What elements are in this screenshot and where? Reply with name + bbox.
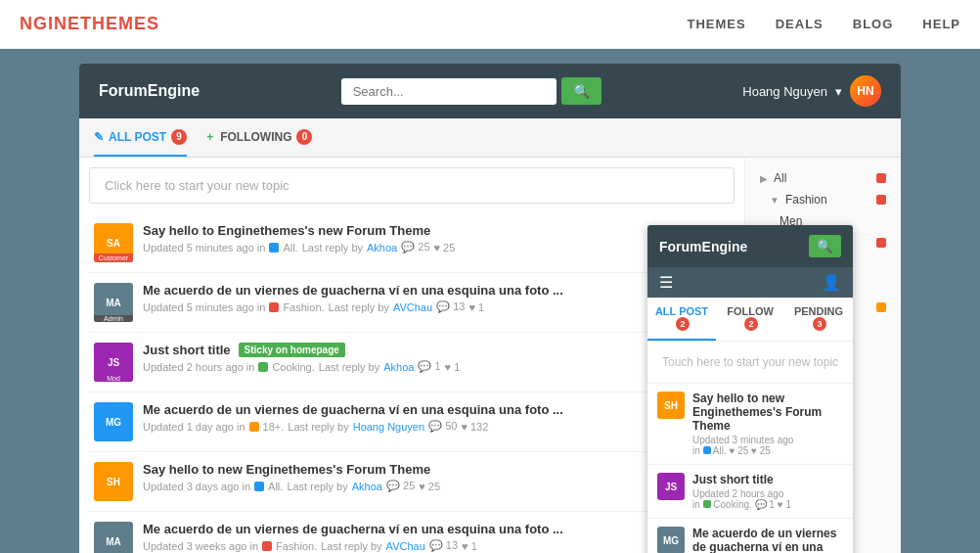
nav-help[interactable]: HELP <box>922 17 960 31</box>
tab-all-post[interactable]: ✎ ALL POST 9 <box>94 119 187 157</box>
post-meta: Updated 2 hours ago in Cooking. Last rep… <box>143 360 662 373</box>
mobile-post-content: Me acuerdo de un viernes de guacherna ví… <box>692 527 843 553</box>
forum-brand: ForumEngine <box>99 82 200 100</box>
mobile-panel: ForumEngine 🔍 ☰ 👤 ALL POST2 FOLLOW2 PEND… <box>647 225 853 553</box>
site-logo: NGINETHEMES <box>20 14 159 34</box>
mobile-tab-follow[interactable]: FOLLOW2 <box>716 298 784 341</box>
post-title[interactable]: Say hello to new Enginethemes's Forum Th… <box>143 462 678 477</box>
mobile-tab-all-post[interactable]: ALL POST2 <box>647 298 716 341</box>
post-meta: Updated 3 weeks ago in Fashion. Last rep… <box>143 539 678 552</box>
forum-user-avatar: HN <box>850 75 881 107</box>
mobile-post-item: MG Me acuerdo de un viernes de guacherna… <box>647 519 853 553</box>
mobile-post-item: SH Say hello to new Enginethemes's Forum… <box>647 384 853 465</box>
nav-blog[interactable]: BLOG <box>853 17 894 31</box>
forum-search-wrap: 🔍 <box>341 77 601 105</box>
posts-area: Click here to start your new topic SA Cu… <box>79 158 744 553</box>
mobile-tab-pending[interactable]: PENDING3 <box>784 298 853 341</box>
forum-search-button[interactable]: 🔍 <box>561 77 601 105</box>
mobile-post-content: Say hello to new Enginethemes's Forum Th… <box>692 392 843 456</box>
post-body: Say hello to new Enginethemes's Forum Th… <box>143 462 678 492</box>
mobile-tabs: ALL POST2 FOLLOW2 PENDING3 <box>647 298 853 342</box>
post-item: SH Say hello to new Enginethemes's Forum… <box>89 452 735 512</box>
user-badge: Customer <box>94 253 133 262</box>
sidebar-item-all[interactable]: ▶ All <box>745 167 901 189</box>
forum-user-name: Hoang Nguyen <box>742 84 827 99</box>
sidebar-label: Fashion <box>785 193 827 207</box>
sticky-badge: Sticky on homepage <box>239 343 345 357</box>
tab-following-badge: 0 <box>296 129 312 145</box>
post-item: MA Admin Me acuerdo de un viernes de gua… <box>89 273 735 333</box>
mobile-panel-search-button[interactable]: 🔍 <box>809 235 841 257</box>
avatar: MG <box>657 527 685 553</box>
sidebar-label: All <box>774 171 786 185</box>
post-meta: Updated 1 day ago in 18+. Last reply byH… <box>143 420 678 433</box>
post-item: MG Me acuerdo de un viernes de guacherna… <box>89 392 735 452</box>
post-title[interactable]: Me acuerdo de un viernes de guacherna ví… <box>143 522 678 536</box>
avatar: JS <box>657 473 685 500</box>
mobile-post-title[interactable]: Say hello to new Enginethemes's Forum Th… <box>692 392 843 433</box>
avatar: MG <box>94 402 133 441</box>
user-icon[interactable]: 👤 <box>822 273 841 292</box>
nav-deals[interactable]: DEALS <box>776 17 824 31</box>
new-topic-bar[interactable]: Click here to start your new topic <box>89 167 735 204</box>
avatar: MA <box>94 522 133 553</box>
tabs-bar: ✎ ALL POST 9 + FOLLOWING 0 <box>79 118 901 158</box>
forum-background: ForumEngine 🔍 Hoang Nguyen ▾ HN ✎ ALL PO… <box>0 49 980 553</box>
post-body: Me acuerdo de un viernes de guacherna ví… <box>143 522 678 552</box>
post-item: SA Customer Say hello to Enginethemes's … <box>89 213 735 273</box>
mobile-badge-pending: 3 <box>813 317 826 331</box>
post-body: Me acuerdo de un viernes de guacherna ví… <box>143 402 678 433</box>
nav-themes[interactable]: THEMES <box>688 17 746 31</box>
mobile-panel-header: ForumEngine 🔍 <box>647 225 853 267</box>
mobile-post-title[interactable]: Just short title <box>692 473 843 486</box>
top-navigation: NGINETHEMES THEMES DEALS BLOG HELP <box>0 0 980 49</box>
mobile-badge-allpost: 2 <box>676 317 690 331</box>
post-meta: Updated 5 minutes ago in All. Last reply… <box>143 241 678 253</box>
user-badge: Admin <box>94 315 133 322</box>
mobile-post-title[interactable]: Me acuerdo de un viernes de guacherna ví… <box>692 527 843 553</box>
forum-header: ForumEngine 🔍 Hoang Nguyen ▾ HN <box>79 64 901 118</box>
mobile-post-meta: Updated 3 minutes ago in All. ♥ 25 ♥ 25 <box>692 435 843 456</box>
post-body: Me acuerdo de un viernes de guacherna ví… <box>143 283 678 313</box>
tab-following[interactable]: + FOLLOWING 0 <box>206 119 312 157</box>
mobile-panel-title: ForumEngine <box>659 239 747 254</box>
top-nav-links: THEMES DEALS BLOG HELP <box>688 17 960 31</box>
post-title[interactable]: Just short title Sticky on homepage <box>143 343 662 357</box>
post-item: MA Me acuerdo de un viernes de guacherna… <box>89 512 735 553</box>
sidebar-item-fashion[interactable]: ▼ Fashion <box>745 189 901 210</box>
hamburger-icon[interactable]: ☰ <box>659 273 673 292</box>
forum-search-input[interactable] <box>341 78 557 105</box>
mobile-panel-nav: ☰ 👤 <box>647 267 853 298</box>
avatar: SH <box>94 462 133 501</box>
post-meta: Updated 5 minutes ago in Fashion. Last r… <box>143 300 678 313</box>
mobile-post-item: JS Just short title Updated 2 hours ago … <box>647 465 853 519</box>
post-body: Say hello to Enginethemes's new Forum Th… <box>143 223 678 253</box>
post-title[interactable]: Me acuerdo de un viernes de guacherna ví… <box>143 283 678 298</box>
post-title[interactable]: Me acuerdo de un viernes de guacherna ví… <box>143 402 678 417</box>
tab-all-post-badge: 9 <box>171 129 187 145</box>
post-title[interactable]: Say hello to Enginethemes's new Forum Th… <box>143 223 678 238</box>
mobile-badge-follow: 2 <box>744 317 758 331</box>
forum-user[interactable]: Hoang Nguyen ▾ HN <box>742 75 881 107</box>
mobile-new-topic[interactable]: Touch here to start your new topic <box>647 342 853 384</box>
post-item: JS Mod Just short title Sticky on homepa… <box>89 333 735 392</box>
mobile-post-content: Just short title Updated 2 hours ago in … <box>692 473 843 510</box>
mobile-post-meta: Updated 2 hours ago in Cooking. 💬 1 ♥ 1 <box>692 488 843 510</box>
post-body: Just short title Sticky on homepage Upda… <box>143 343 662 373</box>
avatar: SH <box>657 392 685 419</box>
post-meta: Updated 3 days ago in All. Last reply by… <box>143 480 678 492</box>
user-badge: Mod <box>94 375 133 382</box>
